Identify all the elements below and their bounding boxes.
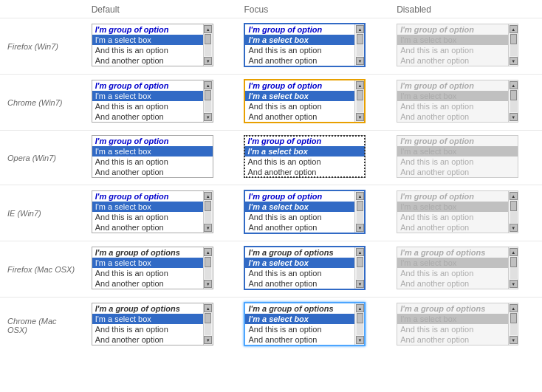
select-item[interactable]: I'm a select box (245, 35, 354, 45)
scroll-down-button[interactable]: ▼ (510, 224, 518, 232)
select-item[interactable]: I'm group of option (397, 80, 508, 91)
scroll-up-button[interactable]: ▲ (204, 248, 212, 256)
select-item[interactable]: And another option (245, 334, 354, 345)
select-item[interactable]: And another option (397, 278, 508, 289)
scroll-down-button[interactable]: ▼ (510, 57, 518, 65)
scroll-thumb[interactable] (205, 257, 211, 267)
select-item[interactable]: I'm a group of options (245, 303, 354, 314)
scroll-thumb[interactable] (357, 313, 363, 323)
scroll-down-button[interactable]: ▼ (204, 57, 212, 65)
select-item[interactable]: And this is an option (244, 157, 365, 167)
scroll-track[interactable] (357, 257, 363, 279)
scroll-thumb[interactable] (205, 34, 211, 44)
scroll-thumb[interactable] (205, 313, 211, 323)
scroll-up-button[interactable]: ▲ (356, 81, 364, 89)
select-item[interactable]: I'm group of option (397, 191, 508, 202)
scroll-down-button[interactable]: ▼ (356, 224, 364, 232)
scroll-track[interactable] (510, 257, 517, 279)
select-item[interactable]: I'm group of option (92, 24, 203, 35)
select-item[interactable]: And this is an option (245, 45, 354, 55)
scroll-thumb[interactable] (357, 201, 363, 211)
select-item[interactable]: I'm a select box (397, 258, 508, 268)
select-item[interactable]: I'm group of option (92, 136, 213, 146)
select-item[interactable]: I'm group of option (92, 191, 203, 202)
scroll-up-button[interactable]: ▲ (510, 192, 518, 200)
scroll-down-button[interactable]: ▼ (356, 113, 364, 121)
select-box[interactable]: I'm a group of optionsI'm a select boxAn… (397, 247, 518, 289)
scroll-thumb[interactable] (510, 313, 517, 323)
select-item[interactable]: I'm a group of options (92, 247, 203, 258)
select-item[interactable]: And another option (92, 55, 203, 66)
select-item[interactable]: And another option (245, 55, 354, 66)
select-box[interactable]: I'm group of optionI'm a select boxAnd t… (397, 135, 518, 178)
select-item[interactable]: I'm a select box (245, 91, 354, 101)
scroll-thumb[interactable] (357, 34, 363, 44)
select-box[interactable]: I'm group of optionI'm a select boxAnd t… (92, 135, 213, 178)
select-item[interactable]: I'm group of option (397, 24, 508, 35)
scrollbar[interactable]: ▲▼ (508, 24, 518, 66)
select-item[interactable]: I'm a select box (397, 35, 508, 45)
scroll-up-button[interactable]: ▲ (510, 81, 518, 89)
scroll-track[interactable] (205, 34, 211, 56)
scroll-down-button[interactable]: ▼ (510, 113, 518, 121)
select-item[interactable]: And another option (397, 55, 508, 66)
scroll-down-button[interactable]: ▼ (356, 280, 364, 288)
scroll-track[interactable] (205, 201, 211, 223)
select-box[interactable]: I'm group of optionI'm a select boxAnd t… (244, 79, 366, 123)
select-item[interactable]: I'm group of option (245, 191, 354, 202)
scroll-track[interactable] (205, 90, 211, 112)
select-item[interactable]: I'm group of option (397, 136, 518, 146)
select-item[interactable]: And another option (92, 222, 203, 233)
scroll-track[interactable] (205, 257, 211, 279)
select-item[interactable]: I'm a select box (92, 314, 203, 324)
select-item[interactable]: I'm a group of options (92, 303, 203, 314)
select-item[interactable]: And another option (244, 167, 365, 177)
select-item[interactable]: And another option (397, 334, 508, 345)
select-item[interactable]: I'm group of option (245, 80, 354, 91)
select-item[interactable]: I'm a select box (92, 202, 203, 212)
scrollbar[interactable]: ▲▼ (203, 24, 213, 66)
scroll-up-button[interactable]: ▲ (204, 192, 212, 200)
select-box[interactable]: I'm a group of optionsI'm a select boxAn… (244, 246, 366, 290)
select-item[interactable]: I'm a select box (92, 91, 203, 101)
select-item[interactable]: And this is an option (92, 157, 213, 167)
scrollbar[interactable]: ▲▼ (354, 80, 364, 122)
select-item[interactable]: I'm group of option (245, 24, 354, 35)
scrollbar[interactable]: ▲▼ (354, 191, 364, 233)
scroll-up-button[interactable]: ▲ (356, 25, 364, 33)
select-item[interactable]: And this is an option (397, 324, 508, 334)
select-item[interactable]: I'm a select box (245, 202, 354, 212)
select-item[interactable]: I'm a select box (245, 258, 354, 268)
scrollbar[interactable]: ▲▼ (508, 191, 518, 233)
select-item[interactable]: And this is an option (245, 268, 354, 278)
select-item[interactable]: And this is an option (92, 268, 203, 278)
select-box[interactable]: I'm group of optionI'm a select boxAnd t… (92, 190, 213, 233)
scroll-track[interactable] (510, 34, 517, 56)
scroll-up-button[interactable]: ▲ (356, 192, 364, 200)
select-item[interactable]: And this is an option (245, 101, 354, 111)
select-item[interactable]: I'm a select box (244, 146, 365, 157)
select-box[interactable]: I'm a group of optionsI'm a select boxAn… (92, 303, 213, 345)
scroll-up-button[interactable]: ▲ (356, 304, 364, 312)
select-item[interactable]: And this is an option (245, 212, 354, 222)
select-item[interactable]: And another option (245, 278, 354, 289)
scrollbar[interactable]: ▲▼ (203, 80, 213, 122)
select-item[interactable]: I'm a select box (397, 314, 508, 324)
select-box[interactable]: I'm a group of optionsI'm a select boxAn… (92, 247, 213, 289)
scroll-down-button[interactable]: ▼ (356, 57, 364, 65)
scrollbar[interactable]: ▲▼ (508, 80, 518, 122)
select-box[interactable]: I'm group of optionI'm a select boxAnd t… (397, 24, 518, 66)
select-item[interactable]: And another option (92, 278, 203, 289)
scrollbar[interactable]: ▲▼ (508, 247, 518, 289)
select-item[interactable]: And another option (92, 111, 203, 122)
scrollbar[interactable]: ▲▼ (354, 24, 364, 66)
select-box[interactable]: I'm group of optionI'm a select boxAnd t… (244, 190, 366, 234)
scroll-track[interactable] (510, 90, 517, 112)
scroll-track[interactable] (510, 201, 517, 223)
select-item[interactable]: I'm a select box (92, 258, 203, 268)
scroll-thumb[interactable] (510, 201, 517, 211)
scroll-down-button[interactable]: ▼ (204, 336, 212, 344)
scroll-track[interactable] (205, 313, 211, 335)
scroll-thumb[interactable] (510, 34, 517, 44)
select-item[interactable]: I'm group of option (244, 136, 365, 146)
